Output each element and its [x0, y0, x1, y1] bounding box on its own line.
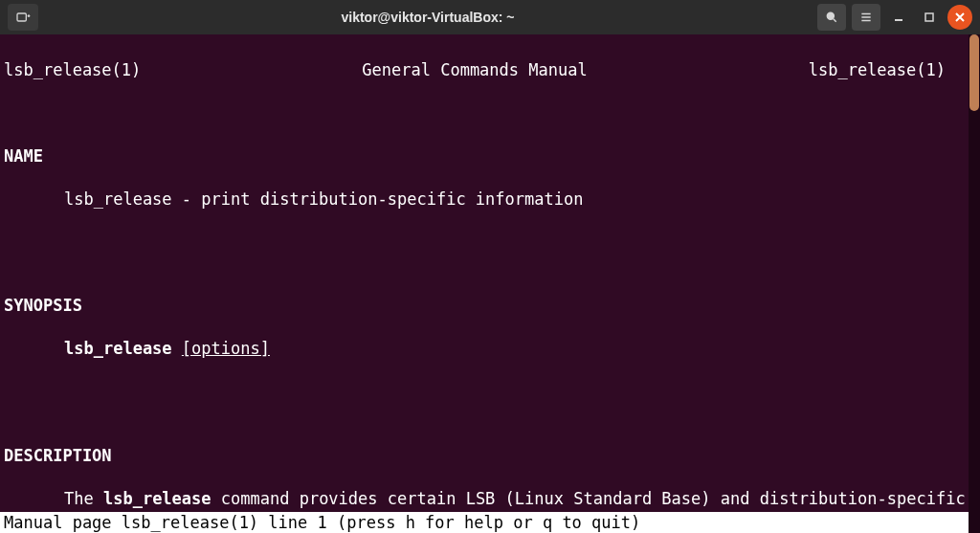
man-header-right: lsb_release(1) — [809, 59, 946, 80]
hamburger-icon — [859, 11, 873, 24]
svg-rect-2 — [925, 13, 933, 21]
man-header-left: lsb_release(1) — [4, 59, 141, 80]
man-header-center: General Commands Manual — [362, 59, 587, 80]
maximize-icon — [924, 12, 934, 22]
status-text: Manual page lsb_release(1) line 1 (press… — [4, 512, 640, 533]
section-name-heading: NAME — [4, 145, 969, 167]
synopsis-cmd: lsb_release — [64, 339, 172, 358]
section-synopsis-heading: SYNOPSIS — [4, 295, 969, 316]
maximize-button[interactable] — [917, 5, 942, 30]
man-page-content: lsb_release(1)General Commands Manuallsb… — [0, 34, 969, 512]
svg-rect-0 — [17, 13, 26, 21]
scrollbar-thumb[interactable] — [969, 34, 979, 111]
minimize-icon — [893, 11, 904, 23]
titlebar: viktor@viktor-VirtualBox: ~ — [0, 0, 980, 34]
titlebar-controls — [817, 4, 972, 31]
menu-button[interactable] — [852, 4, 880, 31]
man-header: lsb_release(1)General Commands Manuallsb… — [4, 59, 969, 80]
synopsis-line: lsb_release [options] — [4, 338, 969, 359]
minimize-button[interactable] — [886, 5, 911, 30]
man-status-bar: Manual page lsb_release(1) line 1 (press… — [0, 512, 969, 533]
section-description-heading: DESCRIPTION — [4, 445, 969, 466]
description-cmd: lsb_release — [103, 489, 212, 508]
search-button[interactable] — [817, 4, 846, 31]
scrollbar[interactable] — [969, 34, 980, 533]
description-line1: The lsb_release command provides certain… — [4, 488, 969, 509]
name-text: lsb_release - print distribution-specifi… — [4, 189, 969, 210]
search-icon — [825, 11, 838, 24]
tab-plus-icon — [15, 10, 31, 25]
synopsis-arg: [options] — [182, 339, 270, 358]
terminal[interactable]: lsb_release(1)General Commands Manuallsb… — [0, 34, 980, 533]
new-tab-button[interactable] — [8, 4, 38, 31]
window-title: viktor@viktor-VirtualBox: ~ — [38, 9, 817, 26]
close-icon — [955, 12, 965, 22]
close-button[interactable] — [947, 5, 972, 30]
svg-point-1 — [827, 12, 834, 19]
